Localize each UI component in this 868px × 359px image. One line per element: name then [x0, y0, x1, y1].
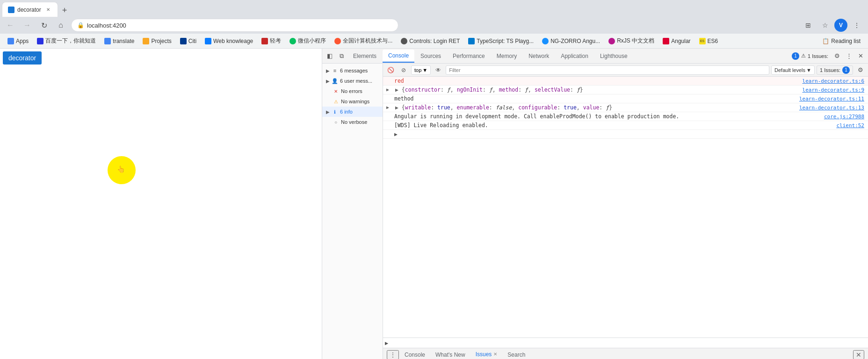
top-label: top	[414, 67, 421, 73]
es6-favicon: ES	[699, 38, 706, 44]
log-source-wds[interactable]: client:52	[836, 122, 868, 129]
bookmark-web[interactable]: Web knowleage	[201, 36, 257, 47]
bookmark-reading[interactable]: 📋 Reading list	[818, 36, 864, 47]
new-tab-button[interactable]: +	[58, 4, 71, 17]
devtools-window-button[interactable]: ⧉	[336, 50, 347, 62]
top-dropdown[interactable]: top ▼	[411, 65, 431, 75]
bookmark-label: ES6	[708, 38, 718, 44]
log-expand-icon	[383, 122, 392, 122]
log-expand-icon[interactable]: ▶	[383, 86, 392, 92]
bookmark-apps[interactable]: Apps	[4, 36, 32, 47]
tab-close-button[interactable]: ✕	[44, 6, 52, 14]
bookmark-baidu[interactable]: 百度一下，你就知道	[33, 36, 100, 47]
decorator-button[interactable]: decorator	[3, 51, 42, 65]
tab-elements[interactable]: Elements	[347, 50, 382, 63]
bookmark-controls[interactable]: Controls: Login RET	[397, 36, 463, 47]
log-source-method[interactable]: learn-decorator.ts:11	[799, 95, 868, 102]
bottom-more-button[interactable]: ⋮	[387, 350, 399, 359]
console-settings-button[interactable]: ⚙	[855, 65, 866, 76]
filter-toggle-button[interactable]: ⊘	[398, 65, 409, 76]
forward-button[interactable]: →	[21, 19, 34, 32]
cursor-icon: 👆	[117, 165, 126, 175]
tab-console[interactable]: Console	[383, 50, 414, 63]
bookmark-citi[interactable]: Citi	[176, 36, 200, 47]
bookmark-translate[interactable]: translate	[101, 36, 138, 47]
back-button[interactable]: ←	[4, 19, 17, 32]
ts-favicon	[468, 38, 475, 44]
bookmark-csdn[interactable]: 全国计算机技术与...	[331, 36, 396, 47]
close-drawer-button[interactable]: ✕	[853, 350, 864, 359]
citi-favicon	[180, 38, 187, 44]
devtools-settings-button[interactable]: ⚙	[832, 50, 843, 62]
issues-count-toolbar: 1 Issues: 1	[817, 65, 853, 75]
bookmark-wechat[interactable]: 微信小程序	[286, 36, 330, 47]
tab-performance[interactable]: Performance	[447, 50, 491, 63]
bookmark-label: 微信小程序	[298, 37, 326, 45]
sidebar-item-warnings[interactable]: ⚠ No warnings	[322, 96, 383, 107]
sidebar-item-errors[interactable]: ✕ No errors	[322, 86, 383, 96]
clear-console-button[interactable]: 🚫	[385, 65, 396, 76]
log-entry-constructor: ▶ ▶ {constructor: ƒ, ngOnInit: ƒ, method…	[383, 86, 868, 94]
profile-avatar[interactable]: V	[834, 19, 847, 32]
issues-tab-close[interactable]: ✕	[493, 352, 497, 357]
bottom-tab-console[interactable]: Console	[400, 349, 430, 359]
extensions-button[interactable]: ⊞	[801, 18, 816, 33]
url-bar[interactable]: 🔒 localhost:4200	[71, 19, 398, 32]
browser-tab-bar: decorator ✕ +	[0, 0, 868, 17]
bookmark-projects[interactable]: Projects	[139, 36, 175, 47]
angular-favicon	[663, 38, 669, 44]
sidebar-item-verbose[interactable]: ○ No verbose	[322, 117, 383, 127]
url-text: localhost:4200	[87, 22, 126, 29]
more-menu-button[interactable]: ⋮	[849, 18, 864, 33]
default-levels-label: Default levels	[774, 67, 805, 73]
bookmark-label: Controls: Login RET	[409, 38, 460, 44]
bottom-tab-whats-new[interactable]: What's New	[431, 349, 470, 359]
console-input-area: ▶	[383, 337, 868, 348]
bottom-tab-search[interactable]: Search	[503, 349, 530, 359]
tab-network[interactable]: Network	[523, 50, 555, 63]
bookmark-rxjs[interactable]: RxJS 中文文档	[605, 36, 658, 47]
log-entry-prompt: ▶	[383, 130, 868, 139]
bookmark-ng-zorro[interactable]: NG-ZORRO Angu...	[538, 36, 604, 47]
bottom-tab-issues[interactable]: Issues ✕	[471, 349, 502, 359]
log-expand-icon[interactable]: ▶	[383, 104, 392, 110]
log-source-constructor[interactable]: learn-decorator.ts:9	[803, 86, 868, 93]
log-expand-icon	[383, 77, 392, 78]
star-button[interactable]: ☆	[817, 18, 832, 33]
log-source-angular[interactable]: core.js:27988	[824, 113, 868, 120]
tab-lighthouse[interactable]: Lighthouse	[594, 50, 633, 63]
errors-label: No errors	[341, 88, 362, 94]
messages-label: 6 messages	[340, 68, 368, 73]
bookmark-label: Reading list	[831, 38, 861, 44]
log-entry-wds: [WDS] Live Reloading enabled. client:52	[383, 121, 868, 130]
home-button[interactable]: ⌂	[54, 19, 67, 32]
log-content-writable: ▶ {writable: true, enumerable: false, co…	[393, 104, 799, 111]
devtools-more-button[interactable]: ⋮	[843, 50, 854, 62]
tab-application[interactable]: Application	[555, 50, 594, 63]
sidebar-item-messages[interactable]: ▶ ≡ 6 messages	[322, 65, 383, 76]
bookmark-angular[interactable]: Angular	[659, 36, 694, 47]
devtools-close-button[interactable]: ✕	[855, 50, 866, 62]
default-levels-dropdown[interactable]: Default levels ▼	[771, 65, 815, 75]
rxjs-favicon	[608, 38, 615, 44]
log-entry-red: red learn-decorator.ts:6	[383, 77, 868, 86]
bookmark-ielts[interactable]: 轻考	[258, 36, 285, 47]
sidebar-item-user-messages[interactable]: ▶ 👤 6 user mess...	[322, 76, 383, 86]
bookmark-ts[interactable]: TypeScript: TS Playg...	[464, 36, 537, 47]
controls-favicon	[401, 38, 407, 44]
browser-chrome: decorator ✕ + ← → ↻ ⌂ 🔒 localhost:4200 ⊞…	[0, 0, 868, 49]
log-source-writable[interactable]: learn-decorator.ts:13	[799, 104, 868, 111]
reload-button[interactable]: ↻	[37, 19, 51, 32]
active-tab[interactable]: decorator ✕	[2, 2, 58, 17]
eye-button[interactable]: 👁	[433, 65, 444, 76]
console-input[interactable]	[390, 340, 866, 346]
sidebar-item-info[interactable]: ▶ ℹ 6 info	[322, 107, 383, 117]
tab-sources[interactable]: Sources	[415, 50, 447, 63]
bookmark-es6[interactable]: ES ES6	[695, 36, 722, 47]
issues-label: ⚠	[801, 53, 806, 59]
filter-input[interactable]	[446, 65, 769, 75]
log-source-red[interactable]: learn-decorator.ts:6	[803, 77, 868, 84]
devtools-dock-button[interactable]: ◧	[324, 50, 335, 62]
tab-memory[interactable]: Memory	[491, 50, 522, 63]
user-icon: 👤	[332, 78, 338, 84]
